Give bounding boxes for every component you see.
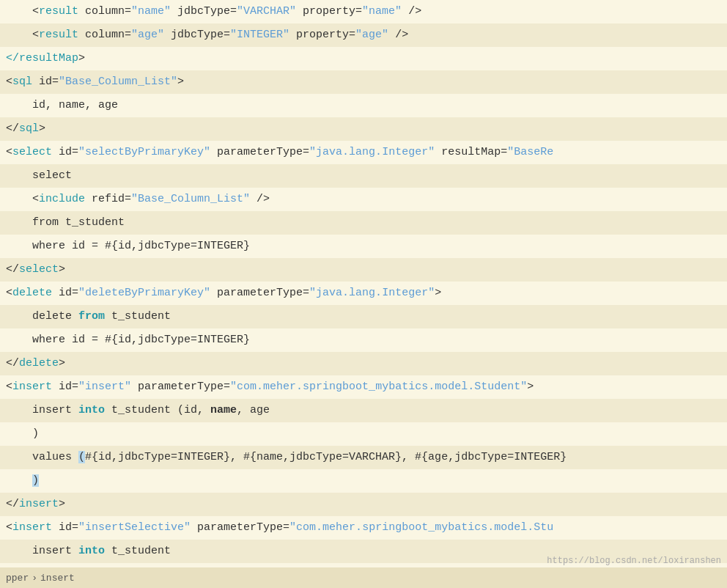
code-token: jdbcType=	[171, 5, 237, 18]
code-token: insert	[6, 545, 78, 557]
code-token: />	[402, 5, 421, 18]
code-token: t_student (id,	[105, 404, 210, 416]
code-line: id, name, age	[0, 94, 727, 117]
code-token: </	[6, 263, 19, 276]
code-token: id=	[52, 381, 78, 393]
code-token: jdbcType=	[164, 29, 230, 41]
breadcrumb-item-1: pper	[6, 573, 29, 584]
code-token: "java.lang.Integer"	[309, 287, 435, 299]
code-token: >	[39, 122, 45, 135]
code-token	[6, 474, 32, 487]
code-token: parameterType=	[210, 287, 309, 299]
code-token: >	[59, 263, 65, 276]
code-token: refid=	[85, 193, 131, 205]
code-token: <	[6, 193, 39, 205]
code-line: from t_student	[0, 211, 727, 235]
code-token: sql	[12, 76, 32, 88]
code-line: <insert id="insert" parameterType="com.m…	[0, 375, 727, 399]
code-token: "Base_Column_List"	[131, 193, 250, 205]
code-token: >	[435, 287, 441, 299]
code-token: "age"	[131, 29, 164, 41]
code-token: id=	[52, 521, 78, 534]
code-token: insert	[19, 498, 59, 510]
code-line: </select>	[0, 258, 727, 282]
code-line: </delete>	[0, 352, 727, 375]
code-line: select	[0, 164, 727, 188]
code-token: "insert"	[78, 381, 131, 393]
code-token: column=	[78, 29, 131, 41]
code-token: where id = #{id,jdbcType=INTEGER}	[6, 240, 250, 252]
code-token: property=	[289, 29, 355, 41]
code-token: insert	[6, 404, 78, 416]
code-token: t_student	[105, 545, 171, 557]
code-token: )	[32, 474, 39, 487]
code-line: where id = #{id,jdbcType=INTEGER}	[0, 328, 727, 352]
code-lines: <result column="name" jdbcType="VARCHAR"…	[0, 0, 727, 563]
code-token: "INTEGER"	[230, 29, 289, 41]
code-token: )	[6, 427, 39, 440]
code-token: where id = #{id,jdbcType=INTEGER}	[6, 334, 250, 346]
code-line: )	[0, 469, 727, 493]
code-token: delete	[6, 310, 78, 323]
code-token: >	[59, 357, 65, 370]
code-token: </	[6, 357, 19, 370]
code-token: into	[78, 404, 105, 416]
code-token: delete	[19, 357, 59, 370]
code-line: <result column="name" jdbcType="VARCHAR"…	[0, 0, 727, 23]
code-token: parameterType=	[131, 381, 230, 393]
code-token: "name"	[362, 5, 402, 18]
code-line: delete from t_student	[0, 305, 727, 328]
code-token: "Base_Column_List"	[59, 76, 177, 88]
code-token: select	[19, 263, 59, 276]
code-line: values (#{id,jdbcType=INTEGER}, #{name,j…	[0, 446, 727, 469]
code-token: insert	[12, 381, 52, 393]
code-token: <	[6, 5, 39, 18]
code-token: parameterType=	[210, 146, 309, 158]
code-token: id=	[52, 287, 78, 299]
code-token: "com.meher.springboot_mybatics.model.Stu…	[230, 381, 527, 393]
code-token: "name"	[131, 5, 171, 18]
code-token: include	[39, 193, 85, 205]
code-token: insert	[12, 521, 52, 534]
code-line: <delete id="deleteByPrimaryKey" paramete…	[0, 282, 727, 305]
code-token: column=	[78, 5, 131, 18]
code-token: <	[6, 29, 39, 41]
code-line: )	[0, 422, 727, 446]
code-token: "com.meher.springboot_mybatics.model.Stu	[289, 521, 553, 534]
code-token: parameterType=	[191, 521, 289, 534]
code-token: "age"	[355, 29, 388, 41]
code-token: <	[6, 287, 12, 299]
code-token: select	[12, 146, 52, 158]
watermark: https://blog.csdn.net/loxiranshen	[547, 556, 721, 566]
code-token: />	[250, 193, 270, 205]
code-token: property=	[296, 5, 362, 18]
code-line: <insert id="insertSelective" parameterTy…	[0, 516, 727, 540]
code-token: </	[6, 498, 19, 510]
code-token: select	[6, 169, 72, 182]
code-token: from	[78, 310, 105, 323]
code-token: </	[6, 52, 19, 65]
code-token: id=	[32, 76, 59, 88]
code-line: </insert>	[0, 493, 727, 516]
code-token: "deleteByPrimaryKey"	[78, 287, 210, 299]
code-token: resultMap=	[435, 146, 507, 158]
code-token: , age	[237, 404, 270, 416]
code-token: id=	[52, 146, 78, 158]
code-token: delete	[12, 287, 52, 299]
code-token: from t_student	[6, 216, 125, 229]
code-token: <	[6, 146, 12, 158]
code-token: <	[6, 381, 12, 393]
code-token: (	[78, 451, 85, 463]
code-token: result	[39, 29, 78, 41]
code-token: </	[6, 122, 19, 135]
code-line: <include refid="Base_Column_List" />	[0, 188, 727, 211]
code-line: </resultMap>	[0, 47, 727, 70]
breadcrumb-item-2: insert	[40, 573, 75, 584]
code-token: name	[210, 404, 237, 416]
code-token: <	[6, 76, 12, 88]
code-line: <result column="age" jdbcType="INTEGER" …	[0, 23, 727, 47]
code-token: #{id,jdbcType=INTEGER}, #{name,jdbcType=…	[85, 451, 567, 463]
breadcrumb: pper › insert	[6, 573, 75, 584]
code-line: <select id="selectByPrimaryKey" paramete…	[0, 141, 727, 164]
breadcrumb-separator: ›	[32, 573, 37, 584]
